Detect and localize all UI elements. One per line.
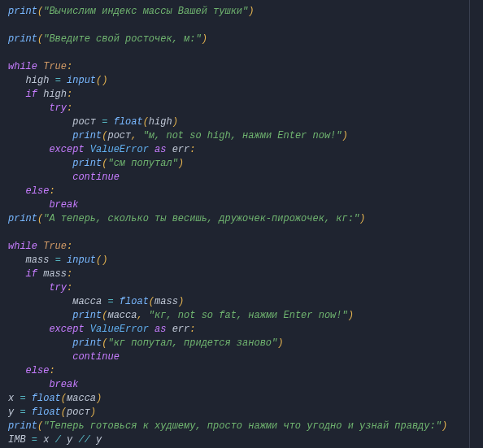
code-line: continue: [8, 350, 475, 364]
code-line: print("Теперь готовься к худшему, просто…: [8, 420, 475, 433]
code-line: except ValueError as err:: [8, 323, 475, 337]
code-line: if high:: [8, 88, 475, 102]
code-line: [8, 226, 475, 240]
code-line: mass = input(): [8, 254, 475, 267]
code-line: high = input(): [8, 74, 475, 88]
code-line: if mass:: [8, 267, 475, 281]
code-line: while True:: [8, 240, 475, 254]
code-line: while True:: [8, 60, 475, 74]
code-line: x = float(масса): [8, 392, 475, 406]
code-line: IMB = x / y // y: [8, 433, 475, 447]
code-line: print("Введите свой росточек, м:"): [8, 33, 475, 46]
code-line: рост = float(high): [8, 115, 475, 129]
code-editor[interactable]: print("Вычислим индекс массы Вашей тушки…: [8, 5, 475, 448]
code-line: continue: [8, 171, 475, 185]
code-line: except ValueError as err:: [8, 143, 475, 157]
code-line: try:: [8, 281, 475, 295]
code-line: print("см попутал"): [8, 157, 475, 171]
code-line: print("А теперь, сколько ты весишь, друж…: [8, 212, 475, 226]
code-line: else:: [8, 364, 475, 378]
code-line: print(масса, "кг, not so fat, нажми Ente…: [8, 309, 475, 323]
code-line: print("кг попутал, придется заново"): [8, 337, 475, 350]
code-line: [8, 19, 475, 33]
code-line: break: [8, 198, 475, 212]
code-line: else:: [8, 185, 475, 198]
code-line: print(рост, "м, not so high, нажми Enter…: [8, 129, 475, 143]
code-line: масса = float(mass): [8, 295, 475, 309]
code-line: break: [8, 378, 475, 392]
code-line: try:: [8, 102, 475, 115]
code-line: print("Вычислим индекс массы Вашей тушки…: [8, 5, 475, 19]
code-line: y = float(рост): [8, 406, 475, 420]
code-line: [8, 46, 475, 60]
